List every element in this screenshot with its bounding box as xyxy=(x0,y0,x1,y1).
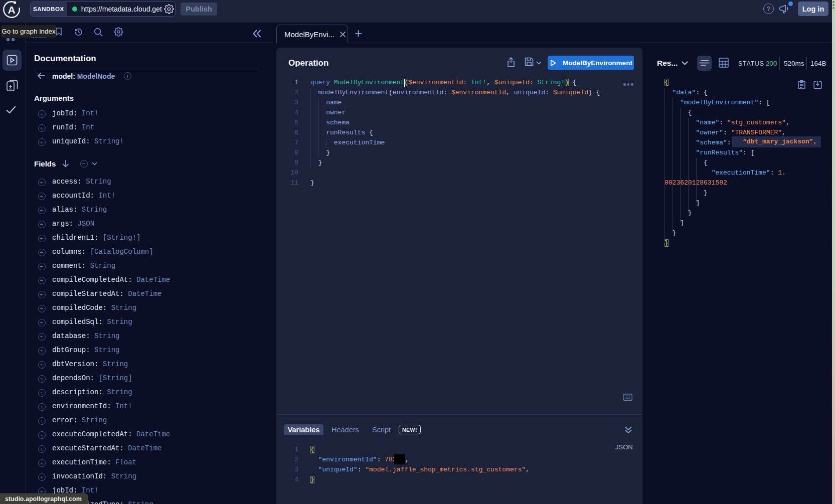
svg-text:A: A xyxy=(8,4,15,16)
